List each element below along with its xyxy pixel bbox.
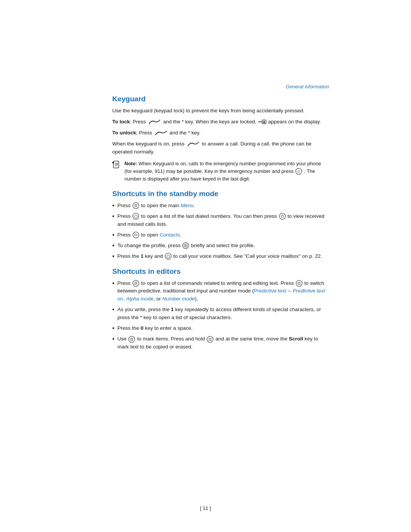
mark-key-icon-2 xyxy=(207,336,213,343)
svg-point-15 xyxy=(133,213,139,219)
edit-key-icon xyxy=(132,280,139,287)
list-item: Press to open a list of commands related… xyxy=(112,280,329,304)
list-item-text: Press to open a list of commands related… xyxy=(118,280,329,304)
contacts-key-icon xyxy=(132,232,139,238)
to-lock-text2: and the * key. When the keys are locked, xyxy=(163,119,258,125)
list-item-text: As you write, press the 1 key repeatedly… xyxy=(118,306,329,322)
mark-key-icon xyxy=(128,336,135,343)
standby-section: Shortcuts in the standby mode Press to o… xyxy=(112,190,329,260)
list-item: Press to open the main Menu. xyxy=(112,202,329,210)
list-item-text: Press to open a list of the last dialed … xyxy=(118,212,329,228)
standby-title: Shortcuts in the standby mode xyxy=(112,190,329,198)
keyguard-call-paragraph: When the keyguard is on, press to answer… xyxy=(112,140,329,156)
end-key-icon-3 xyxy=(186,141,200,147)
general-info-text: General information xyxy=(286,84,329,89)
list-item: To change the profile, press briefly and… xyxy=(112,242,329,250)
standby-bullet-list: Press to open the main Menu. Press xyxy=(112,202,329,260)
to-unlock-text2: and the * key. xyxy=(169,130,201,136)
list-item-text: To change the profile, press briefly and… xyxy=(118,242,255,250)
end-key-icon-2 xyxy=(154,129,168,136)
list-item: Use to mark items. Press and hold xyxy=(112,335,329,351)
to-unlock-label: To unlock xyxy=(112,130,136,136)
list-item-text: Use to mark items. Press and hold xyxy=(118,335,329,351)
lock-symbol-icon xyxy=(258,119,266,125)
note-content: Note: When Keyguard is on, calls to the … xyxy=(124,160,329,183)
to-unlock-paragraph: To unlock: Press and the * key. xyxy=(112,129,329,137)
page: General information Keyguard Use the key… xyxy=(0,0,411,532)
list-item: Press to open Contacts. xyxy=(112,231,329,239)
keyguard-call-text: When the keyguard is on, press xyxy=(112,141,185,147)
to-lock-paragraph: To lock: Press and the * key. When the k… xyxy=(112,118,329,126)
svg-point-25 xyxy=(165,253,171,259)
note-icon xyxy=(112,160,121,169)
page-number: [ 11 ] xyxy=(200,505,211,511)
end-key-icon xyxy=(148,118,161,125)
svg-rect-3 xyxy=(263,121,265,123)
menu-key-icon xyxy=(132,202,139,209)
general-info-link: General information xyxy=(112,84,329,89)
list-item: Press to open a list of the last dialed … xyxy=(112,212,329,228)
content-area: General information Keyguard Use the key… xyxy=(112,84,329,358)
note-text: When Keyguard is on, calls to the emerge… xyxy=(124,161,321,174)
svg-text:✆: ✆ xyxy=(297,170,300,174)
call-key-icon: ✆ xyxy=(295,168,302,175)
list-item: Press the 1 key and to call your voice m… xyxy=(112,252,329,260)
to-lock-colon: : Press xyxy=(130,119,147,125)
list-item-text: Press to open the main Menu. xyxy=(118,202,195,210)
note-box: Note: When Keyguard is on, calls to the … xyxy=(112,160,329,183)
to-lock-label: To lock xyxy=(112,119,130,125)
editors-bullet-list: Press to open a list of commands related… xyxy=(112,280,329,351)
svg-point-20 xyxy=(135,234,137,236)
list-item: Press the 0 key to enter a space. xyxy=(112,324,329,332)
svg-point-17 xyxy=(279,213,285,219)
alpha-mode-link: Alpha mode xyxy=(126,296,153,302)
nav-key-icon xyxy=(279,213,286,220)
edit-key-icon-2 xyxy=(296,280,303,287)
send-key-icon-2 xyxy=(165,253,172,260)
svg-point-18 xyxy=(281,215,284,217)
number-mode-link: Number mode xyxy=(162,296,195,302)
svg-rect-5 xyxy=(112,162,114,163)
note-label: Note: xyxy=(124,161,137,166)
keyguard-intro: Use the keyguard (keypad lock) to preven… xyxy=(112,107,329,115)
keyguard-section: Keyguard Use the keyguard (keypad lock) … xyxy=(112,95,329,183)
list-item: As you write, press the 1 key repeatedly… xyxy=(112,306,329,322)
keyguard-title: Keyguard xyxy=(112,95,329,103)
list-item-text: Press to open Contacts. xyxy=(118,231,182,239)
list-item-text: Press the 0 key to enter a space. xyxy=(118,324,193,332)
contacts-link: Contacts xyxy=(159,232,180,238)
to-lock-text3: appears on the display. xyxy=(268,119,321,125)
editors-section: Shortcuts in editors Press to open a lis… xyxy=(112,267,329,351)
call-send-icon xyxy=(132,213,139,220)
menu-link: Menu xyxy=(181,203,194,208)
editors-title: Shortcuts in editors xyxy=(112,267,329,276)
list-item-text: Press the 1 key and to call your voice m… xyxy=(118,252,322,260)
predictive-text-link: Predictive text xyxy=(254,288,286,294)
svg-point-19 xyxy=(133,232,139,238)
profile-key-icon xyxy=(182,242,189,249)
